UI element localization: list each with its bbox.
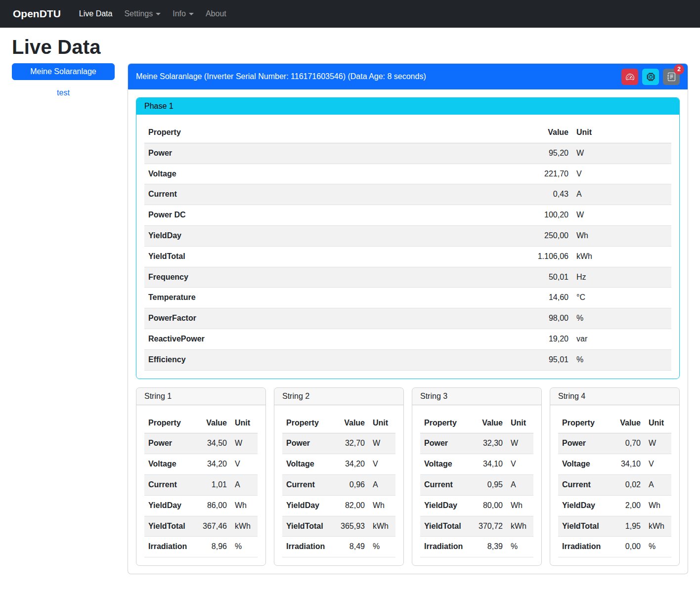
table-row: YieldDay86,00Wh — [144, 495, 258, 516]
table-header-row: PropertyValueUnit — [144, 123, 671, 143]
column-header: Property — [282, 413, 330, 433]
value-cell: 80,00 — [468, 495, 507, 516]
chevron-down-icon — [189, 13, 194, 15]
unit-cell: V — [507, 454, 533, 475]
unit-cell: % — [369, 537, 395, 557]
value-cell: 0,02 — [606, 474, 645, 495]
unit-cell: W — [507, 433, 533, 454]
unit-cell: W — [369, 433, 395, 454]
value-cell: 14,60 — [513, 288, 572, 308]
nav-item-settings[interactable]: Settings — [120, 5, 165, 22]
property-cell: Power DC — [144, 205, 513, 226]
value-cell: 34,20 — [192, 454, 231, 475]
unit-cell: A — [572, 184, 671, 205]
property-cell: Power — [282, 433, 330, 454]
string-card-header: String 3 — [412, 388, 541, 405]
unit-cell: V — [645, 454, 671, 475]
table-row: Irradiation8,96% — [144, 537, 258, 557]
sidebar-item-test[interactable]: test — [12, 88, 115, 97]
property-cell: Current — [144, 474, 192, 495]
table-row: Current1,01A — [144, 474, 258, 495]
nav-item-info[interactable]: Info — [168, 5, 198, 22]
brand-logo[interactable]: OpenDTU — [13, 8, 61, 20]
unit-cell: W — [572, 143, 671, 164]
table-row: Power0,70W — [558, 433, 671, 454]
unit-cell: Hz — [572, 267, 671, 288]
property-cell: YieldTotal — [420, 516, 468, 537]
property-cell: Voltage — [558, 454, 606, 475]
value-cell: 1,01 — [192, 474, 231, 495]
unit-cell: Wh — [369, 495, 395, 516]
string-card: String 4PropertyValueUnitPower0,70WVolta… — [550, 387, 680, 566]
table-row: Frequency50,01Hz — [144, 267, 671, 288]
string-card: String 2PropertyValueUnitPower32,70WVolt… — [274, 387, 404, 566]
table-row: Current0,95A — [420, 474, 533, 495]
unit-cell: A — [507, 474, 533, 495]
property-cell: Power — [144, 433, 192, 454]
unit-cell: A — [231, 474, 258, 495]
table-row: YieldDay80,00Wh — [420, 495, 533, 516]
value-cell: 82,00 — [330, 495, 369, 516]
table-row: PowerFactor98,00% — [144, 308, 671, 329]
value-cell: 250,00 — [513, 225, 572, 246]
value-cell: 50,01 — [513, 267, 572, 288]
string-card-header: String 2 — [274, 388, 403, 405]
value-cell: 98,00 — [513, 308, 572, 329]
property-cell: YieldDay — [558, 495, 606, 516]
unit-cell: var — [572, 329, 671, 349]
property-cell: Voltage — [144, 454, 192, 475]
event-log-button[interactable]: 2 — [663, 69, 680, 85]
inverter-select-button[interactable]: Meine Solaranlage — [12, 63, 115, 80]
table-row: Current0,96A — [282, 474, 395, 495]
unit-cell: kWh — [231, 516, 258, 537]
value-cell: 2,00 — [606, 495, 645, 516]
power-settings-button[interactable] — [642, 69, 659, 85]
limit-settings-button[interactable] — [621, 69, 638, 85]
property-cell: ReactivePower — [144, 329, 513, 349]
property-cell: YieldDay — [420, 495, 468, 516]
column-header: Unit — [507, 413, 533, 433]
column-header: Unit — [572, 123, 671, 143]
nav-item-live-data[interactable]: Live Data — [75, 5, 117, 22]
column-header: Value — [513, 123, 572, 143]
string-card-body: PropertyValueUnitPower32,30WVoltage34,10… — [412, 405, 541, 566]
unit-cell: A — [645, 474, 671, 495]
table-row: YieldTotal1.106,06kWh — [144, 246, 671, 267]
unit-cell: °C — [572, 288, 671, 308]
property-cell: PowerFactor — [144, 308, 513, 329]
property-cell: YieldTotal — [558, 516, 606, 537]
column-header: Unit — [645, 413, 671, 433]
table-row: Irradiation8,49% — [282, 537, 395, 557]
value-cell: 32,30 — [468, 433, 507, 454]
value-cell: 221,70 — [513, 164, 572, 184]
value-cell: 367,46 — [192, 516, 231, 537]
event-count-badge: 2 — [674, 64, 684, 75]
value-cell: 32,70 — [330, 433, 369, 454]
value-cell: 8,39 — [468, 537, 507, 557]
value-cell: 0,96 — [330, 474, 369, 495]
unit-cell: kWh — [507, 516, 533, 537]
unit-cell: W — [231, 433, 258, 454]
unit-cell: % — [507, 537, 533, 557]
value-cell: 0,95 — [468, 474, 507, 495]
table-row: YieldDay250,00Wh — [144, 225, 671, 246]
column-header: Property — [558, 413, 606, 433]
unit-cell: % — [572, 349, 671, 370]
property-cell: Power — [420, 433, 468, 454]
table-header-row: PropertyValueUnit — [558, 413, 671, 433]
strings-row: String 1PropertyValueUnitPower34,50WVolt… — [136, 387, 680, 566]
value-cell: 365,93 — [330, 516, 369, 537]
property-cell: YieldTotal — [144, 516, 192, 537]
property-cell: YieldDay — [144, 225, 513, 246]
column-header: Value — [330, 413, 369, 433]
nav-item-about[interactable]: About — [201, 5, 231, 22]
string-card: String 1PropertyValueUnitPower34,50WVolt… — [136, 387, 266, 566]
property-cell: Irradiation — [282, 537, 330, 557]
string-card: String 3PropertyValueUnitPower32,30WVolt… — [412, 387, 542, 566]
table-row: Voltage221,70V — [144, 164, 671, 184]
property-cell: Irradiation — [420, 537, 468, 557]
property-cell: Voltage — [282, 454, 330, 475]
value-cell: 34,20 — [330, 454, 369, 475]
value-cell: 0,70 — [606, 433, 645, 454]
property-cell: Irradiation — [558, 537, 606, 557]
